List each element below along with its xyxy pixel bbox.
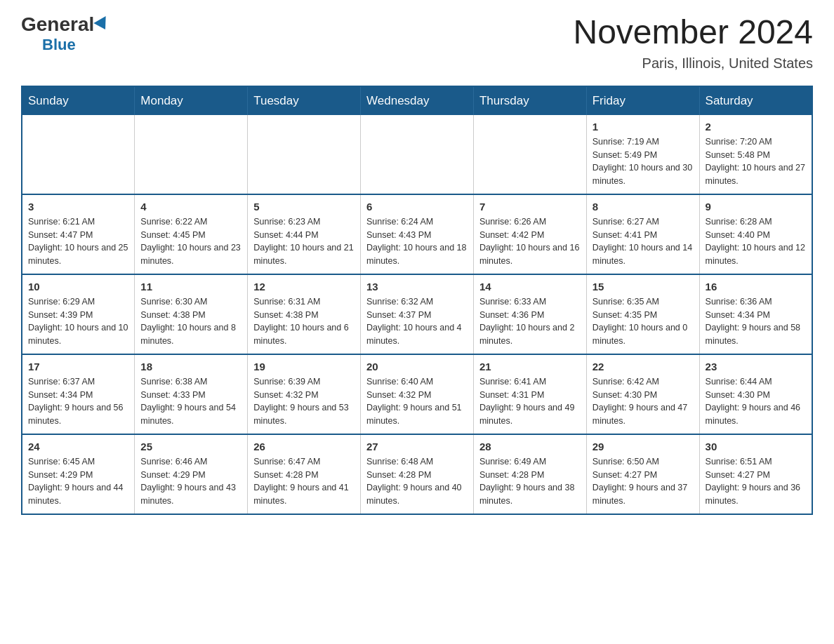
logo-triangle-icon <box>94 16 112 33</box>
day-info: Sunrise: 6:51 AMSunset: 4:27 PMDaylight:… <box>706 455 806 508</box>
calendar-cell: 27Sunrise: 6:48 AMSunset: 4:28 PMDayligh… <box>361 434 474 514</box>
day-number: 4 <box>140 201 241 213</box>
calendar-cell: 3Sunrise: 6:21 AMSunset: 4:47 PMDaylight… <box>22 194 135 274</box>
calendar-week-row: 1Sunrise: 7:19 AMSunset: 5:49 PMDaylight… <box>22 115 812 194</box>
day-number: 24 <box>28 441 128 452</box>
day-info: Sunrise: 6:42 AMSunset: 4:30 PMDaylight:… <box>593 375 694 428</box>
day-info: Sunrise: 6:47 AMSunset: 4:28 PMDaylight:… <box>253 455 355 508</box>
day-info: Sunrise: 6:31 AMSunset: 4:38 PMDaylight:… <box>253 295 355 348</box>
calendar-cell <box>473 115 586 194</box>
day-number: 21 <box>479 361 581 373</box>
day-info: Sunrise: 6:49 AMSunset: 4:28 PMDaylight:… <box>479 455 581 508</box>
day-info: Sunrise: 6:26 AMSunset: 4:42 PMDaylight:… <box>479 215 581 268</box>
day-number: 22 <box>593 361 694 373</box>
day-number: 26 <box>253 441 355 452</box>
calendar-cell: 30Sunrise: 6:51 AMSunset: 4:27 PMDayligh… <box>699 434 812 514</box>
day-number: 1 <box>593 121 694 133</box>
calendar-cell: 1Sunrise: 7:19 AMSunset: 5:49 PMDaylight… <box>586 115 699 194</box>
day-info: Sunrise: 6:45 AMSunset: 4:29 PMDaylight:… <box>28 455 128 508</box>
calendar-cell <box>248 115 361 194</box>
calendar-cell: 15Sunrise: 6:35 AMSunset: 4:35 PMDayligh… <box>586 274 699 354</box>
calendar-cell: 6Sunrise: 6:24 AMSunset: 4:43 PMDaylight… <box>361 194 474 274</box>
calendar-table: Sunday Monday Tuesday Wednesday Thursday… <box>21 86 813 515</box>
calendar-cell: 12Sunrise: 6:31 AMSunset: 4:38 PMDayligh… <box>248 274 361 354</box>
calendar-cell: 25Sunrise: 6:46 AMSunset: 4:29 PMDayligh… <box>135 434 248 514</box>
col-monday: Monday <box>135 86 248 115</box>
calendar-cell <box>22 115 135 194</box>
day-info: Sunrise: 7:19 AMSunset: 5:49 PMDaylight:… <box>593 135 694 188</box>
calendar-cell: 16Sunrise: 6:36 AMSunset: 4:34 PMDayligh… <box>699 274 812 354</box>
calendar-cell: 24Sunrise: 6:45 AMSunset: 4:29 PMDayligh… <box>22 434 135 514</box>
day-info: Sunrise: 6:38 AMSunset: 4:33 PMDaylight:… <box>140 375 241 428</box>
day-info: Sunrise: 6:39 AMSunset: 4:32 PMDaylight:… <box>253 375 355 428</box>
day-number: 29 <box>593 441 694 452</box>
day-info: Sunrise: 6:36 AMSunset: 4:34 PMDaylight:… <box>706 295 806 348</box>
calendar-cell <box>135 115 248 194</box>
calendar-cell: 20Sunrise: 6:40 AMSunset: 4:32 PMDayligh… <box>361 354 474 434</box>
day-number: 25 <box>140 441 241 452</box>
calendar-cell: 13Sunrise: 6:32 AMSunset: 4:37 PMDayligh… <box>361 274 474 354</box>
day-info: Sunrise: 6:37 AMSunset: 4:34 PMDaylight:… <box>28 375 128 428</box>
day-info: Sunrise: 6:48 AMSunset: 4:28 PMDaylight:… <box>366 455 468 508</box>
day-info: Sunrise: 6:21 AMSunset: 4:47 PMDaylight:… <box>28 215 128 268</box>
day-number: 19 <box>253 361 355 373</box>
day-info: Sunrise: 6:35 AMSunset: 4:35 PMDaylight:… <box>593 295 694 348</box>
calendar-week-row: 10Sunrise: 6:29 AMSunset: 4:39 PMDayligh… <box>22 274 812 354</box>
day-info: Sunrise: 6:24 AMSunset: 4:43 PMDaylight:… <box>366 215 468 268</box>
calendar-cell: 4Sunrise: 6:22 AMSunset: 4:45 PMDaylight… <box>135 194 248 274</box>
col-friday: Friday <box>586 86 699 115</box>
day-info: Sunrise: 6:30 AMSunset: 4:38 PMDaylight:… <box>140 295 241 348</box>
calendar-header-row: Sunday Monday Tuesday Wednesday Thursday… <box>22 86 812 115</box>
calendar-cell: 14Sunrise: 6:33 AMSunset: 4:36 PMDayligh… <box>473 274 586 354</box>
day-info: Sunrise: 6:33 AMSunset: 4:36 PMDaylight:… <box>479 295 581 348</box>
day-number: 10 <box>28 281 128 293</box>
day-info: Sunrise: 6:22 AMSunset: 4:45 PMDaylight:… <box>140 215 241 268</box>
day-info: Sunrise: 6:41 AMSunset: 4:31 PMDaylight:… <box>479 375 581 428</box>
calendar-cell <box>361 115 474 194</box>
day-number: 27 <box>366 441 468 452</box>
title-area: November 2024 Paris, Illinois, United St… <box>573 14 813 72</box>
day-number: 14 <box>479 281 581 293</box>
calendar-cell: 28Sunrise: 6:49 AMSunset: 4:28 PMDayligh… <box>473 434 586 514</box>
calendar-cell: 11Sunrise: 6:30 AMSunset: 4:38 PMDayligh… <box>135 274 248 354</box>
day-number: 5 <box>253 201 355 213</box>
logo: General Blue <box>21 14 110 54</box>
location-text: Paris, Illinois, United States <box>573 55 813 72</box>
calendar-cell: 26Sunrise: 6:47 AMSunset: 4:28 PMDayligh… <box>248 434 361 514</box>
col-tuesday: Tuesday <box>248 86 361 115</box>
calendar-cell: 2Sunrise: 7:20 AMSunset: 5:48 PMDaylight… <box>699 115 812 194</box>
col-wednesday: Wednesday <box>361 86 474 115</box>
col-thursday: Thursday <box>473 86 586 115</box>
calendar-cell: 29Sunrise: 6:50 AMSunset: 4:27 PMDayligh… <box>586 434 699 514</box>
day-number: 20 <box>366 361 468 373</box>
calendar-week-row: 17Sunrise: 6:37 AMSunset: 4:34 PMDayligh… <box>22 354 812 434</box>
logo-general-text: General <box>21 14 110 36</box>
calendar-week-row: 3Sunrise: 6:21 AMSunset: 4:47 PMDaylight… <box>22 194 812 274</box>
calendar-cell: 23Sunrise: 6:44 AMSunset: 4:30 PMDayligh… <box>699 354 812 434</box>
day-number: 23 <box>706 361 806 373</box>
day-number: 17 <box>28 361 128 373</box>
day-number: 7 <box>479 201 581 213</box>
day-info: Sunrise: 6:32 AMSunset: 4:37 PMDaylight:… <box>366 295 468 348</box>
calendar-cell: 8Sunrise: 6:27 AMSunset: 4:41 PMDaylight… <box>586 194 699 274</box>
day-number: 16 <box>706 281 806 293</box>
day-number: 18 <box>140 361 241 373</box>
calendar-cell: 18Sunrise: 6:38 AMSunset: 4:33 PMDayligh… <box>135 354 248 434</box>
col-saturday: Saturday <box>699 86 812 115</box>
calendar-cell: 17Sunrise: 6:37 AMSunset: 4:34 PMDayligh… <box>22 354 135 434</box>
day-number: 12 <box>253 281 355 293</box>
calendar-cell: 10Sunrise: 6:29 AMSunset: 4:39 PMDayligh… <box>22 274 135 354</box>
day-number: 2 <box>706 121 806 133</box>
day-number: 15 <box>593 281 694 293</box>
col-sunday: Sunday <box>22 86 135 115</box>
day-number: 13 <box>366 281 468 293</box>
day-info: Sunrise: 6:27 AMSunset: 4:41 PMDaylight:… <box>593 215 694 268</box>
day-number: 11 <box>140 281 241 293</box>
day-info: Sunrise: 6:23 AMSunset: 4:44 PMDaylight:… <box>253 215 355 268</box>
calendar-cell: 9Sunrise: 6:28 AMSunset: 4:40 PMDaylight… <box>699 194 812 274</box>
day-number: 8 <box>593 201 694 213</box>
logo-blue-text: Blue <box>42 36 76 54</box>
day-info: Sunrise: 6:50 AMSunset: 4:27 PMDaylight:… <box>593 455 694 508</box>
day-number: 30 <box>706 441 806 452</box>
day-info: Sunrise: 6:40 AMSunset: 4:32 PMDaylight:… <box>366 375 468 428</box>
